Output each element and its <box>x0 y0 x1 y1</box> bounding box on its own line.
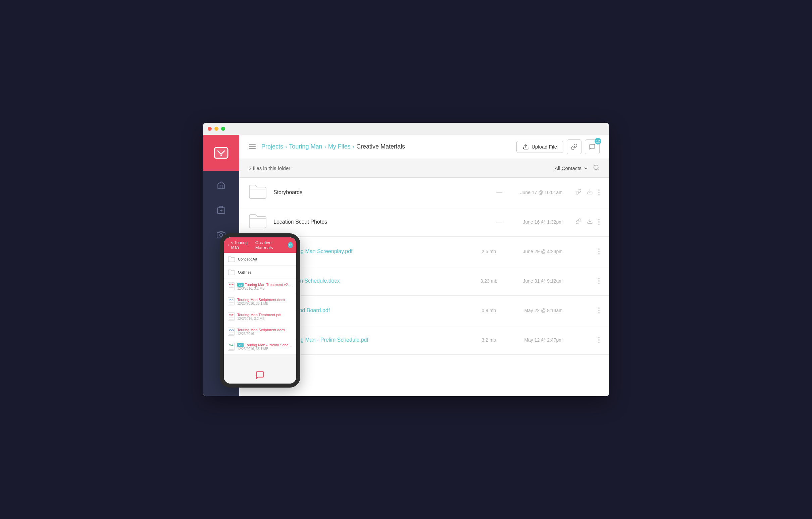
file-name: Location Scout Photos <box>273 219 490 225</box>
close-dot[interactable] <box>208 127 212 131</box>
phone-back: < Touring Man <box>227 240 253 250</box>
file-actions <box>570 189 600 196</box>
svg-point-6 <box>220 234 223 237</box>
more-options-icon[interactable] <box>598 278 600 284</box>
download-action-icon[interactable] <box>587 189 593 196</box>
more-options-icon[interactable] <box>598 337 600 343</box>
file-date: June 16 @ 1:32pm <box>509 219 563 225</box>
notifications-button[interactable]: 12 <box>585 140 600 154</box>
list-item[interactable]: DOCX Touring Man Scriptment.docx 12/23/2… <box>224 294 296 309</box>
file-size: 0.9 mb <box>475 308 502 313</box>
mobile-preview: < Touring Man Creative Materials 12 Conc… <box>220 233 300 388</box>
list-item[interactable]: Outlines <box>224 266 296 279</box>
toolbar-right: All Contacts <box>555 164 600 172</box>
file-name[interactable]: Touring Man Schedule.docx <box>273 278 469 284</box>
link-button[interactable] <box>567 140 581 154</box>
list-item[interactable]: Concept Art <box>224 253 296 266</box>
phone-header: < Touring Man Creative Materials 12 <box>224 237 296 253</box>
phone-file-list: Concept Art Outlines PDF V2 Touring Man … <box>224 253 296 367</box>
link-action-icon[interactable] <box>575 189 581 196</box>
svg-point-2 <box>221 155 222 156</box>
file-dash: — <box>496 218 502 225</box>
list-item[interactable]: PDF V2 Touring Man Treatment v2.pdf 12/3… <box>224 279 296 294</box>
download-action-icon[interactable] <box>587 218 593 226</box>
file-name[interactable]: V2 Touring Man - Prelim Schedule.pdf <box>273 337 469 343</box>
file-actions <box>570 278 600 284</box>
file-date: May 12 @ 2:47pm <box>509 337 563 343</box>
phone-bottom <box>224 367 296 384</box>
breadcrumb-sep-2: › <box>324 144 326 150</box>
file-dash: — <box>496 189 502 196</box>
more-options-icon[interactable] <box>598 248 600 254</box>
list-item[interactable]: DOCX Touring Man Scriptment.docx 12/23/2… <box>224 324 296 339</box>
file-size: 3.2 mb <box>475 337 502 343</box>
file-actions <box>570 248 600 254</box>
file-size: 3.23 mb <box>475 278 502 284</box>
filter-label: All Contacts <box>555 165 581 171</box>
breadcrumb-sep-3: › <box>353 144 354 150</box>
list-item[interactable]: PDF Touring Man Treatment.pdf 12/3/2016,… <box>224 309 296 324</box>
folder-icon <box>249 182 267 203</box>
breadcrumb-touring-man[interactable]: Touring Man <box>289 143 322 150</box>
title-bar <box>203 123 609 135</box>
breadcrumb-my-files[interactable]: My Files <box>328 143 351 150</box>
breadcrumb-sep-1: › <box>285 144 287 150</box>
phone-message-icon <box>255 370 265 380</box>
chevron-down-icon <box>583 166 588 171</box>
file-date: May 22 @ 8:13am <box>509 308 563 313</box>
file-actions <box>570 337 600 343</box>
header: Projects › Touring Man › My Files › Crea… <box>239 135 609 159</box>
menu-button[interactable] <box>249 143 256 151</box>
phone-badge: 12 <box>288 242 293 248</box>
link-action-icon[interactable] <box>575 218 581 226</box>
header-actions: Upload File 12 <box>516 140 600 154</box>
svg-line-12 <box>598 169 599 170</box>
contacts-filter[interactable]: All Contacts <box>555 165 588 171</box>
more-options-icon[interactable] <box>598 189 600 195</box>
file-date: June 29 @ 4:23pm <box>509 249 563 254</box>
expand-dot[interactable] <box>221 127 225 131</box>
upload-label: Upload File <box>531 144 557 150</box>
list-item[interactable]: XLS V2 Touring Man - Prelim Schedule.xls… <box>224 339 296 355</box>
search-button[interactable] <box>593 164 600 172</box>
file-size: 2.5 mb <box>475 249 502 254</box>
file-date: June 31 @ 9:12am <box>509 278 563 284</box>
sidebar-item-projects[interactable] <box>214 203 229 217</box>
toolbar: 2 files in this folder All Contacts <box>239 159 609 178</box>
file-name[interactable]: Project Mood Board.pdf <box>273 307 469 313</box>
file-name[interactable]: V2 Touring Man Screenplay.pdf <box>273 248 469 254</box>
file-date: June 17 @ 10:01am <box>509 190 563 195</box>
file-actions <box>570 307 600 313</box>
upload-file-button[interactable]: Upload File <box>516 141 563 153</box>
file-count: 2 files in this folder <box>249 165 290 171</box>
breadcrumb-current: Creative Materials <box>356 143 405 150</box>
more-options-icon[interactable] <box>598 307 600 313</box>
breadcrumb-projects[interactable]: Projects <box>261 143 283 150</box>
table-row: Location Scout Photos — June 16 @ 1:32pm <box>239 207 609 237</box>
breadcrumb: Projects › Touring Man › My Files › Crea… <box>261 143 512 150</box>
svg-rect-0 <box>214 148 228 158</box>
notifications-badge: 12 <box>594 138 601 145</box>
folder-icon <box>249 212 267 232</box>
file-name: Storyboards <box>273 189 490 195</box>
file-actions <box>570 218 600 226</box>
table-row: Storyboards — June 17 @ 10:01am <box>239 178 609 207</box>
sidebar-item-home[interactable] <box>214 178 229 192</box>
phone-title: Creative Materials <box>255 240 285 250</box>
more-options-icon[interactable] <box>598 219 600 225</box>
minimize-dot[interactable] <box>214 127 219 131</box>
logo[interactable] <box>203 135 239 171</box>
